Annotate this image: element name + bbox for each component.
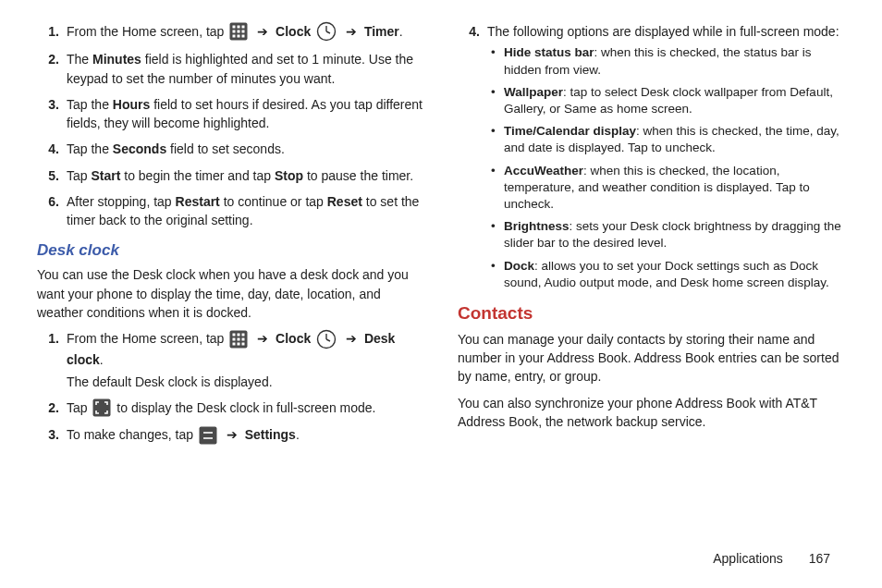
step-number: 4. (458, 22, 480, 41)
clock-icon (316, 329, 337, 349)
apps-grid-icon (229, 330, 248, 349)
svg-rect-27 (199, 426, 216, 444)
option-dock: Dock: allows you to set your Dock settin… (504, 258, 845, 291)
step-number: 1. (37, 329, 59, 348)
step-subtext: The default Desk clock is displayed. (67, 373, 424, 391)
step-text: To make changes, tap ➔ Settings. (67, 427, 300, 442)
step-text: The following options are displayed whil… (487, 24, 839, 39)
step-text: After stopping, tap Restart to continue … (67, 194, 419, 227)
timer-steps: 1. From the Home screen, tap ➔ Clock ➔ T… (37, 22, 424, 230)
svg-rect-6 (242, 31, 245, 33)
svg-rect-21 (238, 342, 240, 345)
svg-rect-18 (238, 337, 240, 340)
page: 1. From the Home screen, tap ➔ Clock ➔ T… (0, 0, 882, 555)
step-dc1: 1. From the Home screen, tap ➔ Clock ➔ D… (63, 329, 424, 391)
footer-section: Applications (713, 551, 783, 566)
step-number: 2. (37, 50, 59, 68)
svg-rect-8 (238, 35, 240, 38)
step-text: From the Home screen, tap ➔ Clock ➔ Time… (67, 24, 403, 39)
contacts-p1: You can manage your daily contacts by st… (458, 330, 845, 386)
page-footer: Applications 167 (0, 551, 882, 566)
step-2: 2. The Minutes field is highlighted and … (63, 50, 424, 88)
contacts-heading: Contacts (458, 300, 845, 326)
step-3: 3. Tap the Hours field to set hours if d… (63, 95, 424, 133)
svg-rect-2 (238, 26, 240, 29)
step-1: 1. From the Home screen, tap ➔ Clock ➔ T… (63, 22, 424, 43)
svg-line-25 (326, 339, 330, 341)
step-dc3: 3. To make changes, tap ➔ Settings. (63, 425, 424, 445)
svg-rect-17 (233, 337, 236, 340)
step-text: Tap the Hours field to set hours if desi… (67, 97, 423, 130)
footer-page-number: 167 (809, 551, 830, 566)
step-text: From the Home screen, tap ➔ Clock ➔ Desk… (67, 331, 395, 366)
svg-rect-7 (233, 35, 236, 38)
step-number: 2. (37, 398, 59, 417)
step-4: 4. Tap the Seconds field to set seconds. (63, 140, 424, 158)
svg-rect-19 (242, 337, 245, 340)
contacts-p2: You can also synchronize your phone Addr… (458, 394, 845, 432)
step-number: 3. (37, 425, 59, 444)
desk-clock-intro: You can use the Desk clock when you have… (37, 265, 424, 322)
step-number: 3. (37, 95, 59, 114)
svg-rect-16 (242, 333, 245, 336)
step-number: 4. (37, 140, 59, 158)
svg-rect-15 (238, 333, 240, 336)
svg-line-12 (326, 31, 330, 33)
option-hide-status-bar: Hide status bar: when this is checked, t… (504, 44, 845, 78)
desk-clock-steps-cont: 4. The following options are displayed w… (458, 22, 845, 291)
options-list: Hide status bar: when this is checked, t… (487, 44, 845, 291)
arrow-icon: ➔ (227, 425, 238, 444)
option-time-calendar: Time/Calendar display: when this is chec… (504, 123, 845, 156)
option-wallpaper: Wallpaper: tap to select Desk clock wall… (504, 84, 845, 117)
step-number: 1. (37, 22, 59, 41)
step-dc4: 4. The following options are displayed w… (484, 22, 845, 291)
svg-rect-5 (238, 31, 240, 33)
svg-rect-22 (242, 342, 245, 345)
menu-icon (199, 426, 217, 445)
arrow-icon: ➔ (257, 22, 268, 41)
svg-rect-14 (233, 333, 236, 336)
arrow-icon: ➔ (346, 329, 357, 348)
right-column: 4. The following options are displayed w… (441, 22, 845, 545)
step-5: 5. Tap Start to begin the timer and tap … (63, 166, 424, 185)
svg-rect-4 (233, 31, 236, 33)
apps-grid-icon (229, 22, 248, 41)
svg-rect-20 (233, 342, 236, 345)
svg-rect-9 (242, 35, 245, 38)
clock-icon (316, 21, 337, 42)
step-text: Tap Start to begin the timer and tap Sto… (67, 168, 413, 183)
left-column: 1. From the Home screen, tap ➔ Clock ➔ T… (37, 22, 441, 545)
desk-clock-heading: Desk clock (37, 239, 424, 263)
fullscreen-icon (92, 398, 111, 417)
svg-rect-3 (242, 26, 245, 29)
step-number: 6. (37, 192, 59, 211)
arrow-icon: ➔ (257, 329, 268, 348)
arrow-icon: ➔ (346, 22, 357, 41)
svg-rect-1 (233, 26, 236, 29)
step-number: 5. (37, 166, 59, 185)
step-dc2: 2. Tap to display the Desk clock in full… (63, 398, 424, 418)
option-accuweather: AccuWeather: when this is checked, the l… (504, 163, 845, 214)
option-brightness: Brightness: sets your Desk clock brightn… (504, 218, 845, 251)
desk-clock-steps: 1. From the Home screen, tap ➔ Clock ➔ D… (37, 329, 424, 445)
step-text: The Minutes field is highlighted and set… (67, 52, 413, 85)
step-text: Tap to display the Desk clock in full-sc… (67, 400, 375, 415)
step-6: 6. After stopping, tap Restart to contin… (63, 192, 424, 230)
step-text: Tap the Seconds field to set seconds. (67, 141, 285, 156)
